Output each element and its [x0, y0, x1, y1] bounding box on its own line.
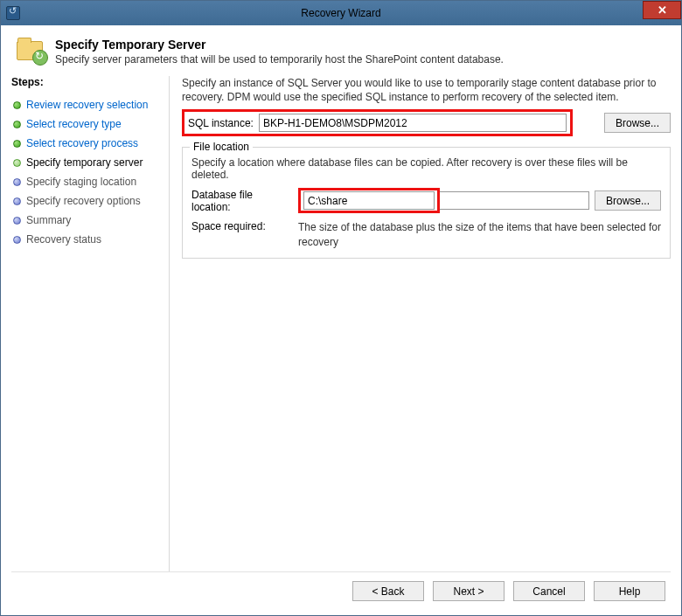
step-specify-staging-location[interactable]: Specify staging location [11, 172, 162, 191]
bullet-icon [13, 121, 21, 128]
sql-instance-highlight: SQL instance: [182, 109, 573, 136]
wizard-button-bar: < Back Next > Cancel Help [11, 571, 671, 605]
main-description: Specify an instance of SQL Server you wo… [182, 76, 671, 104]
bullet-icon [13, 197, 21, 205]
cancel-button[interactable]: Cancel [513, 581, 585, 601]
db-file-location-highlight [298, 188, 440, 213]
step-label: Review recovery selection [26, 99, 148, 111]
space-required-label: Space required: [191, 220, 293, 248]
sql-browse-button[interactable]: Browse... [604, 113, 671, 133]
bullet-icon [13, 236, 21, 244]
help-button[interactable]: Help [594, 581, 665, 601]
steps-sidebar: Steps: Review recovery selection Select … [11, 76, 169, 571]
bullet-icon [13, 101, 21, 109]
window-title: Recovery Wizard [301, 7, 380, 19]
titlebar: Recovery Wizard ✕ [1, 1, 681, 25]
recovery-wizard-window: Recovery Wizard ✕ Specify Temporary Serv… [0, 0, 682, 616]
space-required-text: The size of the database plus the size o… [298, 220, 661, 248]
step-label: Select recovery process [26, 137, 138, 149]
db-file-location-extend[interactable] [440, 191, 589, 210]
close-button[interactable]: ✕ [643, 1, 681, 19]
step-label: Select recovery type [26, 118, 122, 130]
page-subtitle: Specify server parameters that will be u… [55, 53, 504, 66]
page-title: Specify Temporary Server [55, 38, 504, 52]
step-select-recovery-type[interactable]: Select recovery type [11, 114, 162, 134]
sql-instance-row: SQL instance: Browse... [182, 109, 671, 136]
sql-instance-input[interactable] [259, 114, 567, 132]
sql-instance-label: SQL instance: [188, 117, 254, 129]
steps-title: Steps: [11, 76, 162, 88]
step-label: Recovery status [26, 233, 101, 246]
db-file-location-input[interactable] [303, 191, 435, 210]
back-button[interactable]: < Back [352, 581, 424, 601]
db-file-browse-button[interactable]: Browse... [595, 190, 661, 211]
main-panel: Specify an instance of SQL Server you wo… [170, 76, 671, 571]
bullet-icon [13, 217, 21, 225]
db-file-location-label: Database file location: [191, 189, 293, 213]
file-location-legend: File location [190, 141, 253, 153]
step-specify-recovery-options[interactable]: Specify recovery options [11, 191, 162, 211]
next-button[interactable]: Next > [433, 581, 505, 601]
folder-restore-icon [15, 38, 46, 64]
step-summary[interactable]: Summary [11, 211, 162, 230]
step-recovery-status[interactable]: Recovery status [11, 230, 162, 249]
page-header: Specify Temporary Server Specify server … [11, 34, 671, 76]
bullet-icon [13, 178, 21, 186]
file-location-group: File location Specify a location where d… [182, 147, 671, 258]
close-icon: ✕ [658, 3, 667, 17]
content: Specify Temporary Server Specify server … [1, 25, 681, 615]
step-select-recovery-process[interactable]: Select recovery process [11, 134, 162, 153]
step-label: Specify temporary server [26, 156, 143, 169]
bullet-icon [13, 159, 21, 167]
step-label: Specify staging location [26, 176, 136, 188]
step-review-recovery-selection[interactable]: Review recovery selection [11, 95, 162, 114]
db-file-location-row: Database file location: Browse... [191, 188, 661, 213]
space-required-row: Space required: The size of the database… [191, 220, 661, 248]
app-icon [6, 6, 20, 20]
bullet-icon [13, 140, 21, 148]
file-location-desc: Specify a location where database files … [191, 156, 661, 181]
step-specify-temporary-server[interactable]: Specify temporary server [11, 153, 162, 172]
step-label: Summary [26, 214, 71, 226]
step-label: Specify recovery options [26, 195, 141, 207]
